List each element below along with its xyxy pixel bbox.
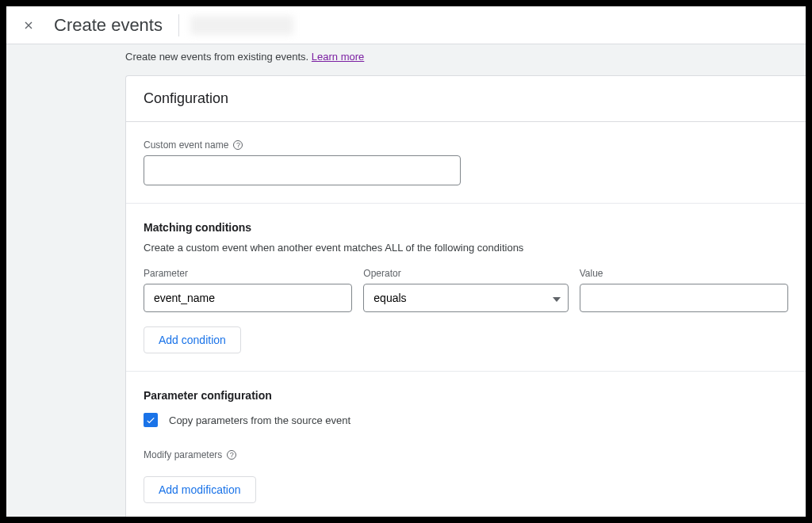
close-button[interactable] [19, 16, 38, 35]
operator-select[interactable] [363, 284, 568, 312]
parameter-configuration-section: Parameter configuration Copy parameters … [126, 372, 806, 517]
copy-parameters-row: Copy parameters from the source event [144, 413, 788, 427]
close-icon [22, 19, 35, 32]
parameter-input[interactable] [144, 284, 352, 312]
copy-parameters-checkbox[interactable] [144, 413, 158, 427]
condition-row: Parameter Operator Value [144, 268, 788, 312]
operator-column: Operator [363, 268, 568, 312]
content-area: Create new events from existing events. … [6, 44, 806, 517]
custom-event-name-input[interactable] [144, 155, 461, 185]
add-modification-button[interactable]: Add modification [144, 476, 256, 503]
intro-text: Create new events from existing events. … [125, 44, 806, 75]
value-label: Value [580, 268, 788, 279]
matching-conditions-title: Matching conditions [144, 221, 788, 234]
modify-parameters-label: Modify parameters ? [144, 449, 788, 460]
add-condition-button[interactable]: Add condition [144, 326, 241, 353]
copy-parameters-label: Copy parameters from the source event [169, 414, 350, 426]
configuration-panel: Configuration Custom event name ? Matchi… [125, 75, 806, 517]
page-title: Create events [54, 15, 163, 36]
help-icon[interactable]: ? [233, 140, 243, 150]
learn-more-link[interactable]: Learn more [312, 51, 364, 63]
parameter-column: Parameter [144, 268, 352, 312]
help-icon[interactable]: ? [227, 450, 236, 460]
modify-parameters-label-text: Modify parameters [144, 449, 222, 460]
custom-event-name-label: Custom event name ? [144, 139, 788, 151]
value-column: Value [580, 268, 788, 312]
value-input[interactable] [580, 284, 788, 312]
header-divider [178, 14, 179, 36]
page-header: Create events [6, 6, 806, 44]
parameter-label: Parameter [144, 268, 352, 279]
parameter-configuration-title: Parameter configuration [144, 389, 788, 402]
header-subtitle-redacted [190, 16, 293, 35]
intro-description: Create new events from existing events. [125, 51, 312, 63]
panel-header: Configuration [126, 76, 806, 122]
check-icon [145, 414, 156, 426]
custom-event-name-label-text: Custom event name [144, 139, 228, 151]
matching-conditions-section: Matching conditions Create a custom even… [126, 204, 806, 372]
matching-conditions-description: Create a custom event when another event… [144, 242, 788, 254]
operator-label: Operator [363, 268, 568, 279]
custom-event-name-section: Custom event name ? [126, 122, 806, 204]
panel-title: Configuration [144, 90, 788, 107]
